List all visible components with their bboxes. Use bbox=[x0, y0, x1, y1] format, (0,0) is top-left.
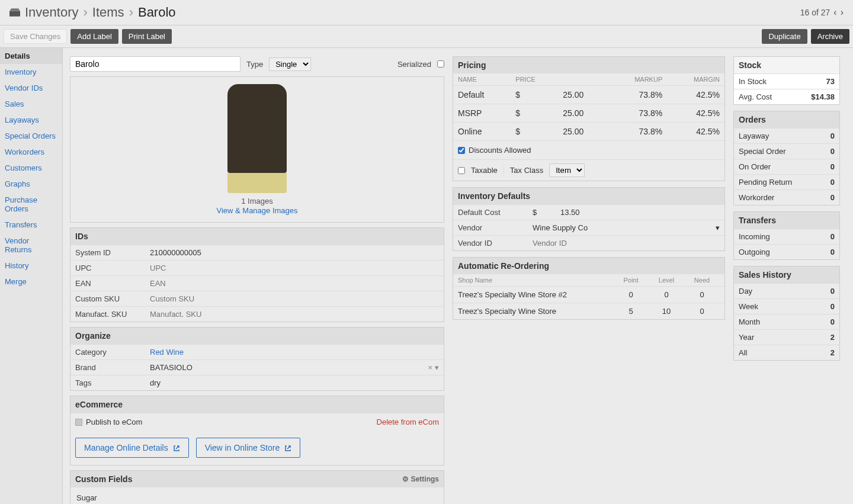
product-image[interactable] bbox=[207, 84, 307, 193]
instock-value: 73 bbox=[826, 77, 835, 86]
next-button[interactable]: › bbox=[841, 7, 844, 18]
pager-text: 16 of 27 bbox=[800, 8, 830, 17]
vendorid-input[interactable] bbox=[533, 239, 720, 248]
default-cost-input[interactable]: 13.50 bbox=[560, 208, 580, 217]
default-cost-label: Default Cost bbox=[453, 205, 528, 220]
close-icon[interactable]: × bbox=[428, 363, 432, 372]
reorder-row: Treez's Specialty Wine Store #2 0 0 0 bbox=[453, 286, 724, 303]
item-name-input[interactable] bbox=[70, 56, 240, 72]
caret-down-icon: ▾ bbox=[716, 223, 720, 232]
archive-button[interactable]: Archive bbox=[811, 29, 849, 44]
breadcrumb-items[interactable]: Items bbox=[92, 5, 124, 20]
col-level: Level bbox=[649, 277, 684, 284]
sidebar-item-sales[interactable]: Sales bbox=[0, 96, 62, 112]
sidebar-item-vendor-returns[interactable]: Vendor Returns bbox=[0, 233, 62, 258]
price-row: MSRP $ 25.00 73.8% 42.5% bbox=[453, 104, 724, 123]
orders-header: Orders bbox=[734, 111, 839, 128]
transfers-header: Transfers bbox=[734, 212, 839, 229]
reorder-point-input[interactable]: 5 bbox=[613, 307, 649, 316]
col-need: Need bbox=[684, 277, 720, 284]
reorder-level-input[interactable]: 0 bbox=[649, 290, 684, 299]
col-point: Point bbox=[613, 277, 649, 284]
publish-checkbox bbox=[75, 419, 82, 426]
breadcrumb-current: Barolo bbox=[138, 5, 176, 20]
tags-input[interactable] bbox=[150, 378, 439, 387]
sidebar-item-graphs[interactable]: Graphs bbox=[0, 176, 62, 192]
custom-sku-label: Custom SKU bbox=[70, 291, 145, 307]
manufact-sku-label: Manufact. SKU bbox=[70, 307, 145, 322]
delete-ecom-link[interactable]: Delete from eCom bbox=[377, 418, 439, 426]
external-link-icon bbox=[284, 444, 291, 451]
add-label-button[interactable]: Add Label bbox=[70, 29, 118, 44]
ean-input[interactable] bbox=[150, 279, 439, 288]
image-panel: 1 Images View & Manage Images bbox=[70, 76, 444, 223]
image-count: 1 Images bbox=[78, 197, 437, 206]
duplicate-button[interactable]: Duplicate bbox=[762, 29, 807, 44]
sidebar-item-layaways[interactable]: Layaways bbox=[0, 112, 62, 128]
taxclass-label: Tax Class bbox=[510, 166, 543, 175]
category-label: Category bbox=[70, 345, 145, 360]
print-label-button[interactable]: Print Label bbox=[122, 29, 172, 44]
ecom-header: eCommerce bbox=[70, 396, 444, 413]
publish-label: Publish to eCom bbox=[86, 418, 142, 426]
manufact-sku-input[interactable] bbox=[150, 310, 439, 319]
col-name: NAME bbox=[453, 73, 511, 86]
chevron-right-icon: › bbox=[129, 5, 133, 20]
breadcrumb-inventory[interactable]: Inventory bbox=[25, 5, 79, 20]
svg-rect-0 bbox=[9, 11, 20, 17]
avgcost-value: $14.38 bbox=[811, 92, 835, 101]
gear-icon: ⚙ bbox=[402, 475, 409, 483]
category-link[interactable]: Red Wine bbox=[150, 348, 184, 357]
vendor-select[interactable]: Wine Supply Co ▾ bbox=[533, 223, 720, 232]
price-msrp-input[interactable]: 25.00 bbox=[558, 104, 607, 123]
custom-sku-input[interactable] bbox=[150, 294, 439, 303]
sidebar-item-special-orders[interactable]: Special Orders bbox=[0, 128, 62, 144]
external-link-icon bbox=[173, 444, 180, 451]
reorder-row: Treez's Specialty Wine Store 5 10 0 bbox=[453, 303, 724, 319]
sidebar-item-vendor-ids[interactable]: Vendor IDs bbox=[0, 80, 62, 96]
price-default-input[interactable]: 25.00 bbox=[558, 86, 607, 104]
upc-input[interactable] bbox=[150, 264, 439, 272]
pager: 16 of 27 ‹ › bbox=[800, 7, 844, 18]
tags-label: Tags bbox=[70, 375, 145, 391]
price-row: Default $ 25.00 73.8% 42.5% bbox=[453, 86, 724, 104]
brand-value: BATASIOLO bbox=[150, 363, 193, 372]
custom-fields-header: Custom Fields bbox=[75, 474, 132, 484]
taxclass-select[interactable]: Item bbox=[549, 163, 585, 177]
reorder-level-input[interactable]: 10 bbox=[649, 307, 684, 316]
brand-select[interactable]: BATASIOLO ×▾ bbox=[150, 363, 439, 372]
view-online-button[interactable]: View in Online Store bbox=[196, 438, 301, 458]
sales-history-header: Sales History bbox=[734, 267, 839, 283]
manage-online-button[interactable]: Manage Online Details bbox=[75, 438, 189, 458]
chevron-right-icon: › bbox=[84, 5, 88, 20]
sidebar-item-history[interactable]: History bbox=[0, 258, 62, 274]
sidebar-item-customers[interactable]: Customers bbox=[0, 160, 62, 176]
sidebar-item-details[interactable]: Details bbox=[0, 48, 62, 64]
manage-images-link[interactable]: View & Manage Images bbox=[216, 206, 297, 215]
sidebar-item-transfers[interactable]: Transfers bbox=[0, 217, 62, 233]
col-price: PRICE bbox=[511, 73, 558, 86]
system-id-label: System ID bbox=[70, 245, 145, 261]
col-markup: MARKUP bbox=[607, 73, 668, 86]
sidebar-item-inventory[interactable]: Inventory bbox=[0, 64, 62, 80]
reorder-header: Automatic Re-Ordering bbox=[453, 258, 724, 274]
taxable-checkbox[interactable] bbox=[458, 167, 465, 174]
serialized-checkbox[interactable] bbox=[437, 60, 444, 68]
discounts-checkbox[interactable] bbox=[458, 147, 465, 154]
sidebar-item-merge[interactable]: Merge bbox=[0, 274, 62, 290]
invdef-header: Inventory Defaults bbox=[453, 188, 724, 204]
prev-button[interactable]: ‹ bbox=[833, 7, 836, 18]
type-select[interactable]: Single bbox=[269, 57, 311, 71]
system-id-value: 210000000005 bbox=[145, 245, 444, 261]
price-online-input[interactable]: 25.00 bbox=[558, 123, 607, 141]
sidebar-item-workorders[interactable]: Workorders bbox=[0, 144, 62, 160]
reorder-point-input[interactable]: 0 bbox=[613, 290, 649, 299]
sidebar-item-purchase-orders[interactable]: Purchase Orders bbox=[0, 192, 62, 217]
settings-link[interactable]: ⚙ Settings bbox=[402, 475, 439, 483]
col-shop: Shop Name bbox=[458, 277, 613, 284]
store-icon bbox=[9, 8, 20, 17]
stock-header: Stock bbox=[734, 57, 839, 73]
save-button[interactable]: Save Changes bbox=[4, 29, 67, 44]
ids-header: IDs bbox=[70, 228, 444, 245]
taxable-label: Taxable bbox=[471, 166, 498, 175]
